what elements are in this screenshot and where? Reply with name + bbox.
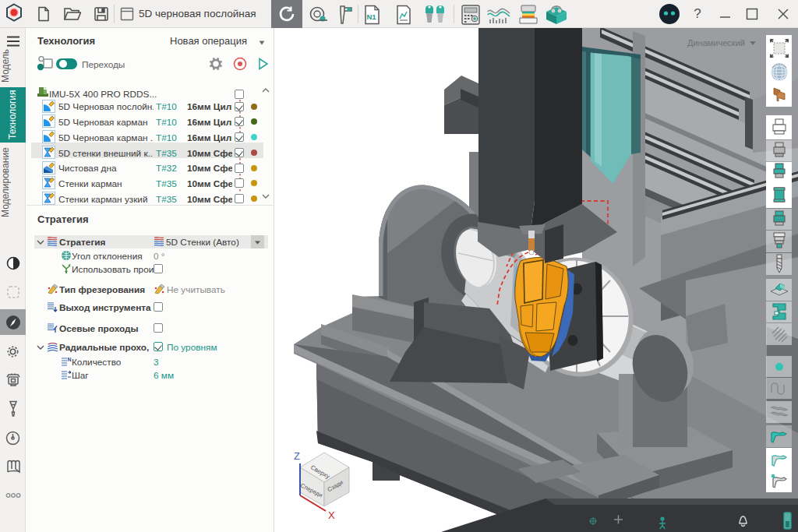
svg-text:Динамический: Динамический <box>687 38 745 48</box>
svg-text:N: N <box>68 357 72 362</box>
svg-text:N1: N1 <box>367 12 377 21</box>
svg-text:X: X <box>328 509 335 521</box>
svg-text:Z: Z <box>294 450 300 462</box>
